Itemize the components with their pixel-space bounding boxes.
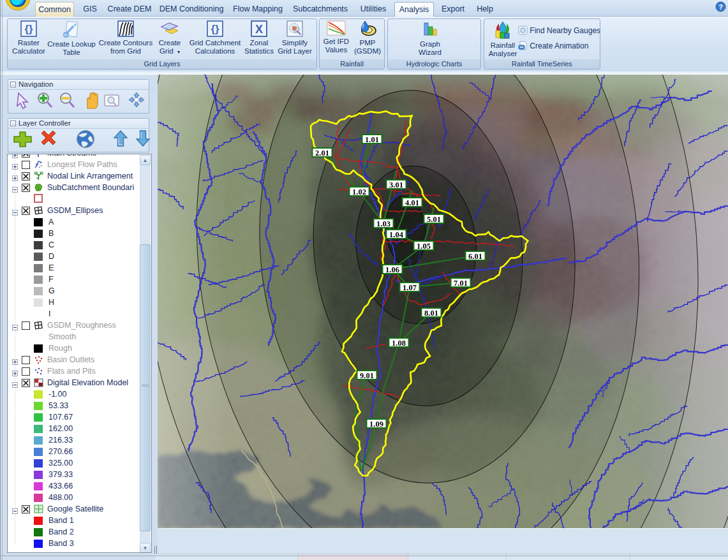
svg-text:3.01: 3.01	[389, 181, 403, 189]
svg-text:7.01: 7.01	[454, 279, 468, 288]
svg-text:1.04: 1.04	[389, 230, 404, 239]
svg-text:8.01: 8.01	[424, 309, 438, 318]
svg-text:1.07: 1.07	[403, 283, 417, 292]
svg-text:5.01: 5.01	[427, 215, 441, 224]
svg-text:4.01: 4.01	[405, 198, 419, 207]
svg-text:6.01: 6.01	[468, 252, 482, 261]
svg-text:2.01: 2.01	[315, 149, 329, 158]
svg-text:?: ?	[718, 3, 723, 11]
svg-text:1.03: 1.03	[376, 219, 390, 228]
svg-text:9.01: 9.01	[360, 371, 374, 380]
svg-text:1.05: 1.05	[417, 242, 431, 251]
svg-text:1.08: 1.08	[392, 339, 406, 348]
svg-text:X: X	[255, 23, 263, 36]
svg-text:1.01: 1.01	[365, 135, 379, 144]
svg-text:1.09: 1.09	[369, 420, 383, 429]
svg-text:{}: {}	[24, 23, 33, 35]
svg-text:1.06: 1.06	[385, 265, 399, 274]
svg-text:1.02: 1.02	[352, 188, 366, 196]
svg-text:{}: {}	[211, 23, 219, 35]
